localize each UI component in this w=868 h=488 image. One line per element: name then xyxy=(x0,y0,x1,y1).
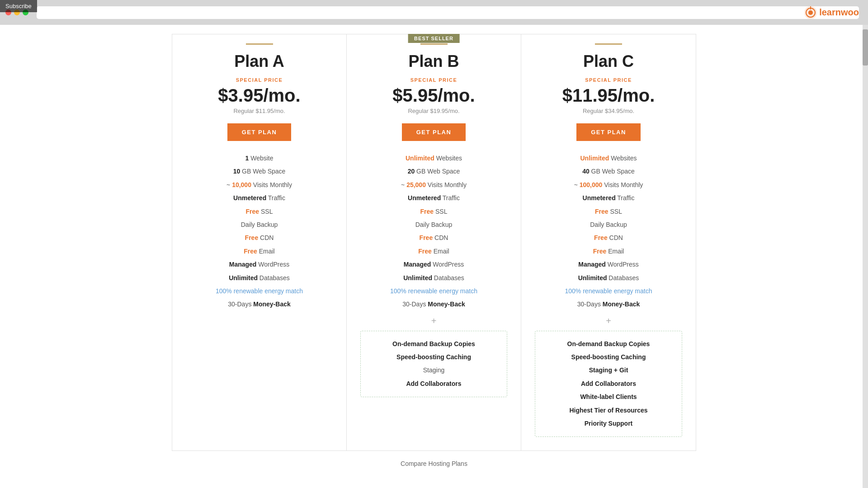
list-item: Daily Backup xyxy=(360,218,507,231)
plan-c-features-list: Unlimited Websites 40 GB Web Space ~ 100… xyxy=(535,152,682,311)
list-item: Unlimited Websites xyxy=(360,152,507,165)
list-item: Free SSL xyxy=(360,205,507,218)
plan-c-extras-box: On-demand Backup Copies Speed-boosting C… xyxy=(535,331,682,437)
list-item: On-demand Backup Copies xyxy=(368,338,500,351)
list-item: On-demand Backup Copies xyxy=(542,338,675,351)
plan-c-price: $11.95/mo. xyxy=(535,85,682,106)
list-item: Daily Backup xyxy=(186,218,333,231)
list-item: 30-Days Money-Back xyxy=(186,298,333,311)
plan-b-price: $5.95/mo. xyxy=(360,85,507,106)
list-item: 30-Days Money-Back xyxy=(360,298,507,311)
list-item: Unlimited Databases xyxy=(186,272,333,285)
list-item: Free SSL xyxy=(535,205,682,218)
list-item: Add Collaborators xyxy=(542,377,675,390)
pricing-container: Plan A SPECIAL PRICE $3.95/mo. Regular $… xyxy=(136,25,732,485)
plan-a-divider xyxy=(246,43,273,45)
learnwoo-logo: learnwoo xyxy=(804,6,859,19)
list-item: Free Email xyxy=(360,245,507,258)
list-item: Managed WordPress xyxy=(186,258,333,271)
list-item: 1 Website xyxy=(186,152,333,165)
list-item: 30-Days Money-Back xyxy=(535,298,682,311)
plus-divider-c: + xyxy=(535,316,682,326)
list-item: Speed-boosting Caching xyxy=(542,351,675,364)
list-item: 100% renewable energy match xyxy=(360,285,507,298)
plan-a-column: Plan A SPECIAL PRICE $3.95/mo. Regular $… xyxy=(172,34,347,450)
list-item: ~ 25,000 Visits Monthly xyxy=(360,178,507,192)
list-item: Free CDN xyxy=(535,231,682,244)
list-item: Unmetered Traffic xyxy=(186,192,333,205)
plan-a-regular-price: Regular $11.95/mo. xyxy=(186,108,333,114)
plan-b-features-list: Unlimited Websites 20 GB Web Space ~ 25,… xyxy=(360,152,507,311)
plan-b-special-price-label: SPECIAL PRICE xyxy=(360,77,507,83)
scrollbar[interactable] xyxy=(863,25,868,488)
list-item: 40 GB Web Space xyxy=(535,165,682,178)
list-item: Unmetered Traffic xyxy=(535,192,682,205)
plan-b-name: Plan B xyxy=(360,52,507,71)
plan-c-cta-button[interactable]: GET PLAN xyxy=(576,123,641,141)
list-item: Free CDN xyxy=(186,231,333,244)
plan-a-cta-button[interactable]: GET PLAN xyxy=(227,123,292,141)
logo-text: learnwoo xyxy=(819,7,859,18)
browser-content: Plan A SPECIAL PRICE $3.95/mo. Regular $… xyxy=(0,25,868,488)
plus-divider: + xyxy=(360,316,507,326)
list-item: Staging + Git xyxy=(542,364,675,377)
address-bar[interactable] xyxy=(37,6,859,19)
list-item: 10 GB Web Space xyxy=(186,165,333,178)
browser-chrome: Subscribe learnwoo xyxy=(0,0,868,25)
list-item: 100% renewable energy match xyxy=(535,285,682,298)
plan-c-regular-price: Regular $34.95/mo. xyxy=(535,108,682,114)
list-item: Free Email xyxy=(186,245,333,258)
subscribe-button[interactable]: Subscribe xyxy=(0,0,37,12)
list-item: Unlimited Websites xyxy=(535,152,682,165)
plan-b-extras-list: On-demand Backup Copies Speed-boosting C… xyxy=(368,338,500,391)
list-item: Unlimited Databases xyxy=(535,272,682,285)
list-item: Highest Tier of Resources xyxy=(542,404,675,417)
list-item: Free CDN xyxy=(360,231,507,244)
compare-plans-link[interactable]: Compare Hosting Plans xyxy=(172,460,696,467)
list-item: ~ 10,000 Visits Monthly xyxy=(186,178,333,192)
plan-a-special-price-label: SPECIAL PRICE xyxy=(186,77,333,83)
list-item: 20 GB Web Space xyxy=(360,165,507,178)
list-item: Staging xyxy=(368,364,500,377)
plan-a-features-list: 1 Website 10 GB Web Space ~ 10,000 Visit… xyxy=(186,152,333,311)
plan-b-regular-price: Regular $19.95/mo. xyxy=(360,108,507,114)
best-seller-badge: BEST SELLER xyxy=(408,34,460,43)
list-item: Free Email xyxy=(535,245,682,258)
plan-c-divider xyxy=(595,43,622,45)
list-item: Managed WordPress xyxy=(535,258,682,271)
list-item: White-label Clients xyxy=(542,390,675,404)
plan-b-column: BEST SELLER Plan B SPECIAL PRICE $5.95/m… xyxy=(347,34,521,450)
list-item: Priority Support xyxy=(542,417,675,430)
scrollbar-thumb[interactable] xyxy=(863,29,868,66)
list-item: Free SSL xyxy=(186,205,333,218)
list-item: Unmetered Traffic xyxy=(360,192,507,205)
plan-c-special-price-label: SPECIAL PRICE xyxy=(535,77,682,83)
plan-b-cta-button[interactable]: GET PLAN xyxy=(402,123,466,141)
list-item: 100% renewable energy match xyxy=(186,285,333,298)
list-item: Unlimited Databases xyxy=(360,272,507,285)
list-item: Add Collaborators xyxy=(368,377,500,390)
list-item: Managed WordPress xyxy=(360,258,507,271)
plan-a-price: $3.95/mo. xyxy=(186,85,333,106)
plan-c-name: Plan C xyxy=(535,52,682,71)
svg-point-2 xyxy=(808,10,813,15)
plan-c-extras-list: On-demand Backup Copies Speed-boosting C… xyxy=(542,338,675,431)
plans-grid: Plan A SPECIAL PRICE $3.95/mo. Regular $… xyxy=(172,34,696,451)
plan-b-extras-box: On-demand Backup Copies Speed-boosting C… xyxy=(360,331,507,398)
list-item: Daily Backup xyxy=(535,218,682,231)
list-item: ~ 100,000 Visits Monthly xyxy=(535,178,682,192)
plan-b-divider xyxy=(420,43,448,45)
plan-c-column: Plan C SPECIAL PRICE $11.95/mo. Regular … xyxy=(521,34,696,450)
list-item: Speed-boosting Caching xyxy=(368,351,500,364)
learnwoo-logo-icon xyxy=(804,6,817,19)
plan-a-name: Plan A xyxy=(186,52,333,71)
